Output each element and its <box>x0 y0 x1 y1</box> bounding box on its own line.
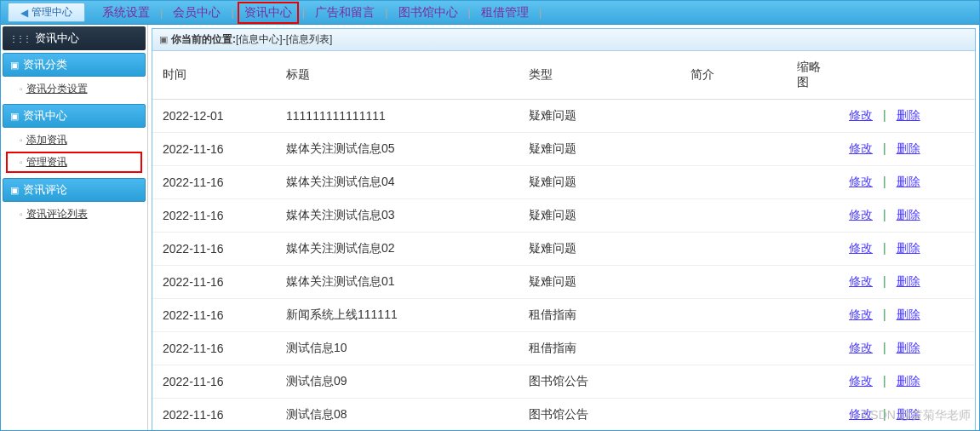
cell-type: 疑难问题 <box>519 100 680 133</box>
delete-link[interactable]: 删除 <box>897 141 920 155</box>
delete-link[interactable]: 删除 <box>897 175 920 188</box>
cell-time: 2022-11-16 <box>152 166 276 199</box>
cell-time: 2022-11-16 <box>152 399 276 431</box>
cell-intro <box>680 332 787 365</box>
edit-link[interactable]: 修改 <box>849 307 873 321</box>
edit-link[interactable]: 修改 <box>849 241 873 255</box>
sidebar-item[interactable]: ▫资讯分类设置 <box>3 78 146 100</box>
separator: | <box>883 108 886 122</box>
cell-thumb <box>787 266 839 299</box>
cell-intro <box>680 133 787 166</box>
cell-type: 疑难问题 <box>519 266 680 299</box>
edit-link[interactable]: 修改 <box>849 341 873 354</box>
cell-actions: 修改|删除 <box>839 399 975 431</box>
edit-link[interactable]: 修改 <box>849 407 873 421</box>
cell-type: 疑难问题 <box>519 133 680 166</box>
delete-link[interactable]: 删除 <box>897 374 920 388</box>
page-icon: ▣ <box>159 34 168 45</box>
cell-type: 租借指南 <box>519 299 680 332</box>
cell-title: 111111111111111 <box>276 100 519 133</box>
separator: | <box>883 175 886 188</box>
cell-thumb <box>787 233 839 266</box>
delete-link[interactable]: 删除 <box>897 307 920 321</box>
topnav-item-4[interactable]: 图书馆中心 <box>392 2 465 24</box>
sidebar-section-header[interactable]: ▣资讯评论 <box>3 178 146 202</box>
cell-title: 新闻系统上线111111 <box>276 299 519 332</box>
sidebar-item[interactable]: ▫添加资讯 <box>3 129 146 151</box>
cell-actions: 修改|删除 <box>839 266 975 299</box>
table-row: 2022-11-16媒体关注测试信息05疑难问题修改|删除 <box>152 133 975 166</box>
separator: | <box>883 407 886 421</box>
cell-time: 2022-11-16 <box>152 233 276 266</box>
table-row: 2022-11-16测试信息08图书馆公告修改|删除 <box>152 399 975 431</box>
sidebar-item[interactable]: ▫资讯评论列表 <box>3 204 146 225</box>
separator: | <box>381 6 391 19</box>
edit-link[interactable]: 修改 <box>849 208 873 221</box>
admin-center-button[interactable]: ◀ 管理中心 <box>8 3 85 22</box>
cell-intro <box>680 399 787 431</box>
delete-link[interactable]: 删除 <box>897 208 920 221</box>
cell-actions: 修改|删除 <box>839 166 975 199</box>
column-header: 时间 <box>152 51 276 100</box>
topnav-item-3[interactable]: 广告和留言 <box>308 2 381 24</box>
separator: | <box>883 208 886 221</box>
sidebar-section-title: 资讯中心 <box>23 108 67 124</box>
sidebar-item-link[interactable]: 添加资讯 <box>26 133 67 147</box>
sidebar-section-header[interactable]: ▣资讯中心 <box>3 104 146 128</box>
breadcrumb-label: 你当前的位置: <box>171 32 236 47</box>
cell-time: 2022-11-16 <box>152 365 276 399</box>
sidebar-item-link[interactable]: 资讯分类设置 <box>26 82 88 96</box>
cell-actions: 修改|删除 <box>839 233 975 266</box>
edit-link[interactable]: 修改 <box>849 175 873 188</box>
cell-intro <box>680 199 787 233</box>
cell-actions: 修改|删除 <box>839 100 975 133</box>
item-icon: ▫ <box>20 158 23 167</box>
cell-title: 媒体关注测试信息02 <box>276 233 519 266</box>
cell-thumb <box>787 100 839 133</box>
sidebar-section-header[interactable]: ▣资讯分类 <box>3 53 146 77</box>
separator: | <box>299 6 308 19</box>
cell-intro <box>680 166 787 199</box>
delete-link[interactable]: 删除 <box>897 274 920 288</box>
edit-link[interactable]: 修改 <box>849 274 873 288</box>
separator: | <box>465 6 474 19</box>
cell-thumb <box>787 133 839 166</box>
cell-intro <box>680 100 787 133</box>
sidebar-section-title: 资讯评论 <box>23 182 67 198</box>
column-header: 标题 <box>276 51 519 100</box>
breadcrumb: ▣ 你当前的位置: [信息中心]-[信息列表] <box>152 29 975 51</box>
cell-time: 2022-11-16 <box>152 299 276 332</box>
topnav-item-2[interactable]: 资讯中心 <box>238 2 299 24</box>
cell-actions: 修改|删除 <box>839 199 975 233</box>
cell-time: 2022-11-16 <box>152 266 276 299</box>
edit-link[interactable]: 修改 <box>849 374 873 388</box>
section-icon: ▣ <box>10 185 19 196</box>
cell-type: 疑难问题 <box>519 233 680 266</box>
separator: | <box>883 307 886 321</box>
separator: | <box>227 6 237 19</box>
edit-link[interactable]: 修改 <box>849 141 873 155</box>
item-icon: ▫ <box>20 84 23 94</box>
sidebar-item-link[interactable]: 管理资讯 <box>26 155 67 170</box>
delete-link[interactable]: 删除 <box>897 407 920 421</box>
cell-thumb <box>787 399 839 431</box>
topnav-item-1[interactable]: 会员中心 <box>166 2 227 24</box>
edit-link[interactable]: 修改 <box>849 108 873 122</box>
cell-intro <box>680 266 787 299</box>
column-header <box>839 51 975 100</box>
separator: | <box>883 141 886 155</box>
topnav-item-5[interactable]: 租借管理 <box>474 2 536 24</box>
sidebar-item[interactable]: ▫管理资讯 <box>6 152 142 173</box>
topnav-item-0[interactable]: 系统设置 <box>95 2 157 24</box>
sidebar-item-link[interactable]: 资讯评论列表 <box>26 207 88 221</box>
cell-thumb <box>787 332 839 365</box>
delete-link[interactable]: 删除 <box>897 241 920 255</box>
cell-actions: 修改|删除 <box>839 365 975 399</box>
section-icon: ▣ <box>10 60 19 71</box>
cell-title: 媒体关注测试信息05 <box>276 133 519 166</box>
arrow-left-icon: ◀ <box>20 7 28 19</box>
delete-link[interactable]: 删除 <box>897 108 920 122</box>
cell-thumb <box>787 166 839 199</box>
table-row: 2022-11-16媒体关注测试信息03疑难问题修改|删除 <box>152 199 975 233</box>
delete-link[interactable]: 删除 <box>897 341 920 354</box>
